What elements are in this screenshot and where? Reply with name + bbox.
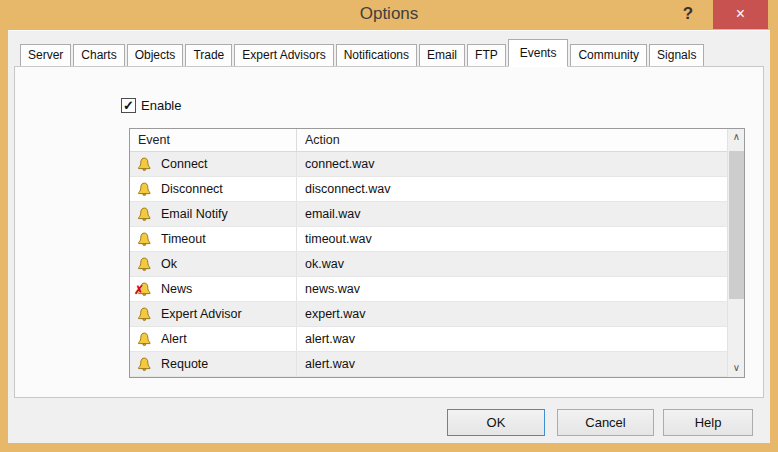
table-body: Connect connect.wav Disconnect disconnec… <box>130 152 727 377</box>
action-value: connect.wav <box>297 152 727 176</box>
action-value: ok.wav <box>297 252 727 276</box>
cancel-button[interactable]: Cancel <box>557 409 654 436</box>
tab-bar: Server Charts Objects Trade Expert Advis… <box>20 39 706 67</box>
tab-ftp[interactable]: FTP <box>467 44 506 67</box>
tab-email[interactable]: Email <box>419 44 465 67</box>
action-value: expert.wav <box>297 302 727 326</box>
bell-icon <box>136 256 153 273</box>
enable-label: Enable <box>141 98 181 113</box>
vertical-scrollbar[interactable]: ∧ ∨ <box>727 129 744 377</box>
tab-trade[interactable]: Trade <box>185 44 232 67</box>
column-header-action[interactable]: Action <box>297 129 744 151</box>
event-name: Requote <box>161 352 208 376</box>
event-name: Alert <box>161 327 187 351</box>
bell-icon <box>136 231 153 248</box>
ok-button[interactable]: OK <box>447 409 545 436</box>
events-tab-page: ✓ Enable Event Action Connect connect.wa… <box>14 66 764 398</box>
action-value: news.wav <box>297 277 727 301</box>
table-row[interactable]: Email Notify email.wav <box>130 202 727 227</box>
table-row[interactable]: Timeout timeout.wav <box>130 227 727 252</box>
bell-icon <box>136 356 153 373</box>
checkmark-icon: ✓ <box>123 98 134 113</box>
table-row[interactable]: Connect connect.wav <box>130 152 727 177</box>
tab-events[interactable]: Events <box>508 39 569 67</box>
bell-icon <box>136 181 153 198</box>
table-row[interactable]: Alert alert.wav <box>130 327 727 352</box>
window-title: Options <box>0 0 778 30</box>
table-row[interactable]: Requote alert.wav <box>130 352 727 377</box>
table-row[interactable]: Expert Advisor expert.wav <box>130 302 727 327</box>
bell-icon <box>136 206 153 223</box>
tab-notifications[interactable]: Notifications <box>336 44 417 67</box>
scroll-up-icon[interactable]: ∧ <box>728 129 745 146</box>
titlebar[interactable]: Options ? × <box>0 0 778 30</box>
event-name: Email Notify <box>161 202 228 226</box>
event-name: News <box>161 277 192 301</box>
enable-checkbox-row[interactable]: ✓ Enable <box>121 98 181 113</box>
tab-objects[interactable]: Objects <box>127 44 184 67</box>
options-dialog: Options ? × Server Charts Objects Trade … <box>0 0 778 452</box>
action-value: alert.wav <box>297 327 727 351</box>
events-table: Event Action Connect connect.wav Disconn… <box>129 128 745 378</box>
event-name: Timeout <box>161 227 206 251</box>
help-icon[interactable]: ? <box>674 0 702 29</box>
help-button[interactable]: Help <box>663 409 753 436</box>
tab-expert-advisors[interactable]: Expert Advisors <box>234 44 333 67</box>
bell-muted-icon: ✗ <box>136 281 153 298</box>
scrollbar-thumb[interactable] <box>729 151 744 299</box>
enable-checkbox[interactable]: ✓ <box>121 98 136 113</box>
dialog-body: Server Charts Objects Trade Expert Advis… <box>8 30 770 443</box>
action-value: disconnect.wav <box>297 177 727 201</box>
event-name: Connect <box>161 152 208 176</box>
table-header: Event Action <box>130 129 744 152</box>
no-sound-mark: ✗ <box>134 278 144 302</box>
bell-icon <box>136 331 153 348</box>
table-row[interactable]: ✗News news.wav <box>130 277 727 302</box>
event-name: Ok <box>161 252 177 276</box>
table-row[interactable]: Disconnect disconnect.wav <box>130 177 727 202</box>
bell-icon <box>136 306 153 323</box>
tab-charts[interactable]: Charts <box>73 44 124 67</box>
event-name: Disconnect <box>161 177 223 201</box>
action-value: timeout.wav <box>297 227 727 251</box>
tab-server[interactable]: Server <box>20 44 71 67</box>
action-value: email.wav <box>297 202 727 226</box>
close-icon[interactable]: × <box>713 0 768 29</box>
tab-community[interactable]: Community <box>570 44 647 67</box>
scroll-down-icon[interactable]: ∨ <box>728 360 745 377</box>
bell-icon <box>136 156 153 173</box>
action-value: alert.wav <box>297 352 727 376</box>
column-header-event[interactable]: Event <box>130 129 297 151</box>
tab-signals[interactable]: Signals <box>649 44 704 67</box>
table-row[interactable]: Ok ok.wav <box>130 252 727 277</box>
event-name: Expert Advisor <box>161 302 242 326</box>
